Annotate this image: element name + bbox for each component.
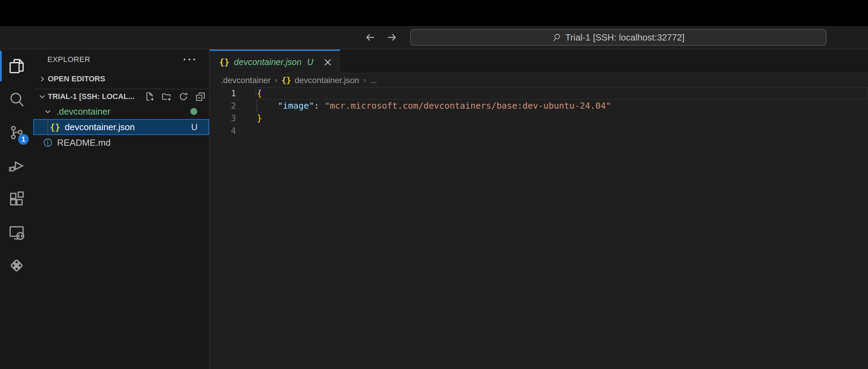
- new-folder-icon[interactable]: [162, 92, 171, 101]
- json-file-icon: {}: [50, 122, 60, 132]
- breadcrumb-separator-icon: ›: [363, 76, 366, 85]
- file-name: README.md: [57, 137, 111, 148]
- close-icon[interactable]: [323, 57, 333, 68]
- breadcrumb-file[interactable]: devcontainer.json: [295, 75, 359, 85]
- editor-group: {} devcontainer.json U .devcontainer › {…: [210, 50, 868, 369]
- json-key-token: "image": [257, 101, 314, 111]
- activitybar-item-run-debug[interactable]: [0, 149, 33, 182]
- breadcrumb-folder[interactable]: .devcontainer: [221, 75, 271, 85]
- info-file-icon: [43, 138, 53, 147]
- json-string-token: "mcr.microsoft.com/devcontainers/base:de…: [325, 101, 611, 111]
- sidebar-title: EXPLORER: [47, 55, 90, 64]
- vscode-window: Trial-1 [SSH: localhost:32772] 1: [0, 0, 868, 369]
- git-untracked-badge: U: [191, 122, 198, 133]
- code-line-content[interactable]: {: [255, 87, 868, 100]
- history-nav: [364, 26, 398, 49]
- space-token: [319, 101, 325, 111]
- indent-guide: [256, 100, 257, 112]
- chevron-right-icon: [38, 75, 46, 83]
- workbench: 1: [0, 50, 868, 369]
- files-icon: [9, 58, 25, 74]
- code-line-4: 4: [210, 125, 868, 137]
- activitybar-item-search[interactable]: [0, 83, 33, 116]
- forward-icon[interactable]: [386, 31, 398, 44]
- window-title: Trial-1 [SSH: localhost:32772]: [565, 32, 684, 43]
- tree-item-devcontainer-json-selected[interactable]: {} devcontainer.json U: [33, 119, 209, 135]
- code-line-3: 3 }: [210, 112, 868, 125]
- close-brace-token: }: [257, 113, 262, 123]
- remote-explorer-icon: [9, 224, 25, 240]
- title-bar: Trial-1 [SSH: localhost:32772]: [0, 26, 868, 50]
- json-file-icon: {}: [219, 57, 229, 67]
- new-file-icon[interactable]: [145, 92, 154, 101]
- workspace-section[interactable]: TRIAL-1 [SSH: LOCAL...: [33, 89, 209, 104]
- open-brace-token: {: [257, 88, 262, 98]
- collapse-all-icon[interactable]: [196, 92, 205, 101]
- tree-indent-guide: [47, 120, 48, 134]
- macos-menubar-strip: [0, 0, 868, 26]
- extensions-icon: [9, 191, 25, 207]
- tab-devcontainer-json[interactable]: {} devcontainer.json U: [210, 50, 340, 73]
- code-line-content[interactable]: }: [257, 112, 868, 125]
- tree-item-devcontainer-folder[interactable]: .devcontainer: [33, 104, 209, 119]
- json-file-icon: {}: [281, 76, 291, 85]
- debug-icon: [9, 158, 25, 174]
- gem-diamond-icon: [9, 258, 25, 273]
- refresh-icon[interactable]: [179, 92, 188, 101]
- tab-git-badge: U: [307, 57, 313, 67]
- colon-token: :: [314, 101, 319, 111]
- breadcrumb: .devcontainer › {} devcontainer.json › .…: [210, 73, 868, 87]
- search-icon: [552, 33, 562, 42]
- activitybar-item-containers[interactable]: [0, 249, 33, 282]
- line-number: 1: [210, 87, 257, 100]
- command-center-search[interactable]: Trial-1 [SSH: localhost:32772]: [410, 29, 826, 46]
- line-number: 2: [210, 100, 257, 112]
- code-line-content[interactable]: "image": "mcr.microsoft.com/devcontainer…: [257, 100, 868, 112]
- file-name: devcontainer.json: [65, 122, 135, 133]
- activitybar-item-explorer[interactable]: [0, 50, 33, 83]
- code-line-2: 2 "image": "mcr.microsoft.com/devcontain…: [210, 100, 868, 112]
- activitybar-item-remote-explorer[interactable]: [0, 216, 33, 249]
- activitybar-item-extensions[interactable]: [0, 182, 33, 216]
- chevron-down-icon: [38, 92, 46, 101]
- more-actions-icon[interactable]: ···: [183, 58, 198, 61]
- open-editors-section[interactable]: OPEN EDITORS: [33, 69, 209, 89]
- chevron-down-icon: [44, 107, 52, 116]
- line-number: 3: [210, 112, 257, 125]
- tree-item-readme[interactable]: README.md: [33, 135, 209, 150]
- breadcrumb-separator-icon: ›: [275, 76, 277, 85]
- back-icon[interactable]: [364, 31, 377, 44]
- activity-bar: 1: [0, 50, 33, 369]
- open-editors-label: OPEN EDITORS: [48, 74, 105, 83]
- sidebar-pane-header: EXPLORER ···: [33, 50, 209, 69]
- line-number: 4: [210, 125, 257, 137]
- tab-label: devcontainer.json: [234, 57, 301, 67]
- scm-pending-badge: 1: [18, 134, 29, 145]
- folder-name: .devcontainer: [56, 106, 110, 117]
- breadcrumb-symbol-tail[interactable]: ...: [370, 75, 377, 85]
- workspace-label: TRIAL-1 [SSH: LOCAL...: [48, 92, 135, 101]
- activitybar-item-source-control[interactable]: 1: [0, 116, 33, 149]
- explorer-actions: [145, 92, 205, 101]
- tab-bar: {} devcontainer.json U: [210, 50, 868, 73]
- code-editor[interactable]: 1 { 2 "image": "mcr.microsoft.com/devcon…: [210, 87, 868, 369]
- search-icon: [9, 91, 25, 107]
- code-line-1: 1 {: [210, 87, 868, 100]
- explorer-sidebar: EXPLORER ··· OPEN EDITORS TRIAL-1 [SSH: …: [33, 50, 210, 369]
- git-modified-dot: [190, 108, 197, 115]
- code-line-content[interactable]: [257, 125, 868, 137]
